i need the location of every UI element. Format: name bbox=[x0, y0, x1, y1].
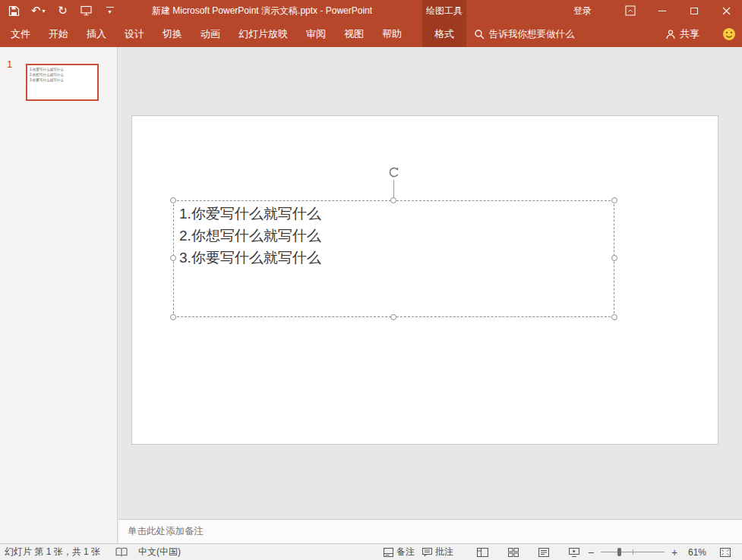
window-title: 新建 Microsoft PowerPoint 演示文稿.pptx - Powe… bbox=[152, 0, 372, 21]
customize-qat-icon: ▾ bbox=[106, 7, 114, 15]
normal-view-button[interactable] bbox=[475, 544, 490, 560]
redo-icon: ↻ bbox=[58, 5, 68, 17]
slide-sorter-icon bbox=[508, 548, 519, 557]
tab-design[interactable]: 设计 bbox=[115, 21, 153, 47]
tell-me-search bbox=[474, 21, 622, 47]
reading-view-button[interactable] bbox=[537, 544, 551, 560]
resize-handle-middle-right[interactable] bbox=[611, 255, 617, 261]
tab-file[interactable]: 文件 bbox=[2, 21, 39, 47]
slide-thumbnail-preview: 1.你爱写什么就写什么 2.你想写什么就写什么 3.你要写什么就写什么 bbox=[27, 65, 99, 84]
save-icon bbox=[8, 5, 20, 17]
slide-thumbnail[interactable]: 1.你爱写什么就写什么 2.你想写什么就写什么 3.你要写什么就写什么 bbox=[26, 64, 99, 101]
resize-handle-top-middle[interactable] bbox=[390, 197, 396, 203]
notes-icon bbox=[384, 548, 393, 557]
comments-icon bbox=[422, 548, 432, 557]
close-icon bbox=[722, 7, 731, 15]
tab-animations[interactable]: 动画 bbox=[191, 21, 229, 47]
notes-toggle-button[interactable]: 备注 bbox=[384, 544, 415, 560]
text-line: 2.你想写什么就写什么 bbox=[179, 225, 614, 247]
comments-toggle-button[interactable]: 批注 bbox=[422, 544, 453, 560]
zoom-slider[interactable] bbox=[601, 552, 665, 552]
slideshow-view-icon bbox=[569, 548, 579, 557]
resize-handle-middle-left[interactable] bbox=[170, 255, 176, 261]
minimize-icon bbox=[658, 11, 666, 11]
resize-handle-top-left[interactable] bbox=[170, 197, 176, 203]
undo-button[interactable]: ↶▾ bbox=[31, 2, 46, 20]
zoom-slider-handle[interactable] bbox=[617, 548, 621, 556]
sign-in-button[interactable]: 登录 bbox=[573, 5, 592, 17]
search-input[interactable] bbox=[489, 29, 622, 39]
resize-handle-bottom-right[interactable] bbox=[611, 314, 617, 320]
spell-check-icon bbox=[115, 547, 128, 557]
zoom-slider-center-tick bbox=[633, 549, 633, 555]
start-slideshow-button[interactable] bbox=[81, 2, 93, 20]
text-line: 1.你爱写什么就写什么 bbox=[179, 203, 614, 225]
close-button[interactable] bbox=[710, 0, 742, 21]
slide-thumbnail-panel: 1 1.你爱写什么就写什么 2.你想写什么就写什么 3.你要写什么就写什么 bbox=[0, 47, 118, 543]
tab-insert[interactable]: 插入 bbox=[77, 21, 115, 47]
share-button[interactable]: 共享 bbox=[665, 21, 699, 47]
tab-slideshow[interactable]: 幻灯片放映 bbox=[229, 21, 297, 47]
save-button[interactable] bbox=[8, 2, 20, 20]
ribbon-display-options-icon bbox=[625, 5, 636, 16]
maximize-icon bbox=[690, 8, 698, 14]
editing-area: 1.你爱写什么就写什么 2.你想写什么就写什么 3.你要写什么就写什么 bbox=[118, 47, 742, 519]
status-bar: 幻灯片 第 1 张，共 1 张 中文(中国) 备注 批注 bbox=[0, 543, 742, 560]
resize-handle-top-right[interactable] bbox=[611, 197, 617, 203]
redo-button[interactable]: ↻ bbox=[57, 2, 69, 20]
view-switcher bbox=[475, 544, 581, 560]
title-bar: ↶▾ ↻ ▾ 新建 Microsoft PowerPoint 演示文稿.pptx… bbox=[0, 0, 742, 21]
comments-toggle-label: 批注 bbox=[435, 546, 453, 558]
slide-sorter-view-button[interactable] bbox=[507, 544, 520, 560]
zoom-in-button[interactable]: + bbox=[671, 544, 677, 560]
slide-number: 1 bbox=[7, 58, 12, 70]
reading-view-icon bbox=[538, 548, 549, 557]
fit-to-window-icon bbox=[720, 548, 731, 557]
undo-dropdown-icon: ▾ bbox=[43, 8, 46, 14]
resize-handle-bottom-middle[interactable] bbox=[390, 314, 396, 320]
text-line: 3.你要写什么就写什么 bbox=[179, 247, 614, 269]
powerpoint-window: ↶▾ ↻ ▾ 新建 Microsoft PowerPoint 演示文稿.pptx… bbox=[0, 0, 742, 560]
tab-help[interactable]: 帮助 bbox=[373, 21, 411, 47]
minimize-button[interactable] bbox=[646, 0, 678, 21]
tab-format-active[interactable]: 格式 bbox=[422, 21, 466, 47]
notes-toggle-label: 备注 bbox=[396, 546, 415, 558]
rotation-handle[interactable] bbox=[387, 165, 401, 179]
share-label: 共享 bbox=[680, 27, 699, 41]
smiley-icon bbox=[722, 27, 736, 41]
person-icon bbox=[665, 29, 676, 39]
quick-access-toolbar: ↶▾ ↻ ▾ bbox=[8, 0, 116, 21]
rotate-icon bbox=[387, 165, 401, 179]
resize-handle-bottom-left[interactable] bbox=[170, 314, 176, 320]
spell-check-button[interactable] bbox=[115, 544, 128, 560]
slide-canvas[interactable]: 1.你爱写什么就写什么 2.你想写什么就写什么 3.你要写什么就写什么 bbox=[131, 115, 718, 445]
thumb-text-line: 1.你爱写什么就写什么 bbox=[30, 67, 98, 72]
titlebar-right-controls: 登录 bbox=[573, 0, 742, 21]
thumb-text-line: 2.你想写什么就写什么 bbox=[30, 72, 98, 77]
language-button[interactable]: 中文(中国) bbox=[138, 544, 181, 560]
slideshow-view-button[interactable] bbox=[567, 544, 581, 560]
normal-view-icon bbox=[477, 548, 488, 557]
rotation-handle-stem bbox=[393, 180, 394, 197]
maximize-button[interactable] bbox=[678, 0, 710, 21]
notes-pane[interactable]: 单击此处添加备注 bbox=[118, 519, 742, 543]
slide-counter: 幻灯片 第 1 张，共 1 张 bbox=[5, 544, 100, 560]
thumb-text-line: 3.你要写什么就写什么 bbox=[30, 77, 98, 83]
undo-icon: ↶ bbox=[31, 5, 41, 17]
tab-view[interactable]: 视图 bbox=[335, 21, 373, 47]
selected-text-box[interactable]: 1.你爱写什么就写什么 2.你想写什么就写什么 3.你要写什么就写什么 bbox=[173, 200, 614, 317]
text-box-content: 1.你爱写什么就写什么 2.你想写什么就写什么 3.你要写什么就写什么 bbox=[174, 201, 614, 269]
tab-home[interactable]: 开始 bbox=[39, 21, 77, 47]
tab-review[interactable]: 审阅 bbox=[297, 21, 335, 47]
notes-placeholder: 单击此处添加备注 bbox=[128, 525, 204, 538]
search-icon bbox=[474, 29, 485, 39]
customize-qat-button[interactable]: ▾ bbox=[104, 2, 116, 20]
fit-slide-to-window-button[interactable] bbox=[720, 544, 731, 560]
tab-transitions[interactable]: 切换 bbox=[153, 21, 191, 47]
zoom-level[interactable]: 61% bbox=[688, 544, 706, 560]
ribbon-tab-bar: 文件 开始 插入 设计 切换 动画 幻灯片放映 审阅 视图 帮助 格式 共享 bbox=[0, 21, 742, 47]
ribbon-display-options-button[interactable] bbox=[614, 0, 646, 21]
slideshow-monitor-icon bbox=[81, 5, 92, 16]
zoom-out-button[interactable]: − bbox=[588, 544, 594, 560]
feedback-smiley-button[interactable] bbox=[722, 27, 736, 41]
